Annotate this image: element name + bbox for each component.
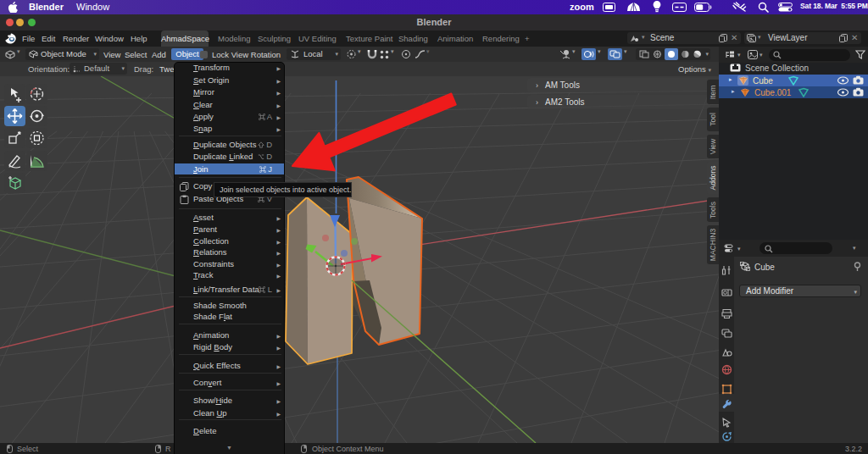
svg-text:›: › xyxy=(536,81,538,90)
svg-text:AM Tools: AM Tools xyxy=(545,80,580,90)
svg-text:›: › xyxy=(536,98,538,107)
svg-text:AM2 Tools: AM2 Tools xyxy=(545,97,585,107)
